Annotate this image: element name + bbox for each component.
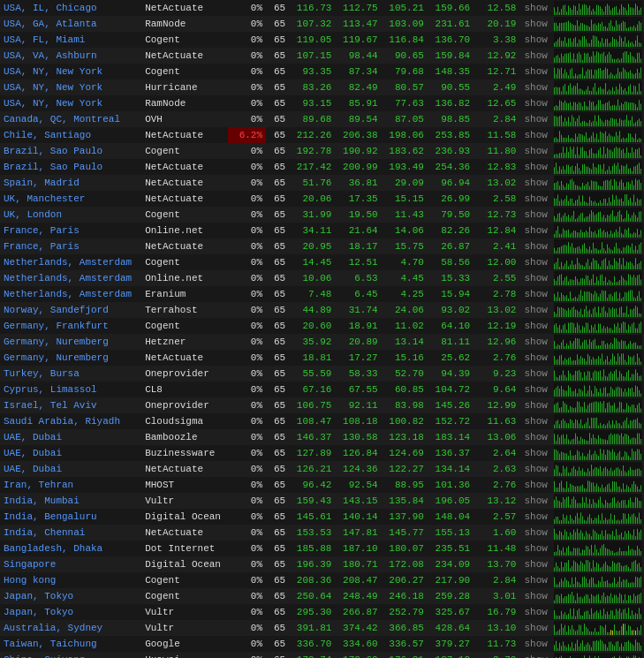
show-button[interactable]: show xyxy=(519,413,552,429)
location-cell: India, Bengaluru xyxy=(0,509,141,525)
show-button[interactable]: show xyxy=(519,493,552,509)
sparkline-cell xyxy=(552,541,644,556)
show-button[interactable]: show xyxy=(519,127,552,143)
best-cell: 90.65 xyxy=(382,48,428,64)
stdev-cell: 12.65 xyxy=(474,95,519,111)
wrst-cell: 134.14 xyxy=(428,461,474,477)
show-button[interactable]: show xyxy=(519,556,552,572)
sparkline-graph xyxy=(554,510,642,524)
show-button[interactable]: show xyxy=(519,0,552,16)
show-button[interactable]: show xyxy=(519,95,552,111)
show-button[interactable]: show xyxy=(519,652,552,658)
wrst-cell: 379.27 xyxy=(428,636,474,652)
show-button[interactable]: show xyxy=(519,366,552,382)
show-button[interactable]: show xyxy=(519,175,552,191)
show-button[interactable]: show xyxy=(519,461,552,477)
best-cell: 4.25 xyxy=(382,286,428,302)
show-button[interactable]: show xyxy=(519,238,552,254)
sparkline-graph xyxy=(554,414,642,428)
provider-cell: NetActuate xyxy=(141,0,228,16)
show-button[interactable]: show xyxy=(519,48,552,64)
sparkline-cell xyxy=(552,461,644,477)
show-button[interactable]: show xyxy=(519,620,552,636)
best-cell: 145.77 xyxy=(382,525,428,541)
sparkline-cell xyxy=(552,0,644,16)
show-button[interactable]: show xyxy=(519,636,552,652)
best-cell: 15.75 xyxy=(382,238,428,254)
show-button[interactable]: show xyxy=(519,191,552,207)
snt-cell: 65 xyxy=(266,652,289,658)
sparkline-graph xyxy=(554,351,642,365)
show-button[interactable]: show xyxy=(519,509,552,525)
show-button[interactable]: show xyxy=(519,270,552,286)
wrst-cell: 231.61 xyxy=(428,16,474,32)
show-button[interactable]: show xyxy=(519,32,552,48)
show-button[interactable]: show xyxy=(519,429,552,445)
best-cell: 252.79 xyxy=(382,604,428,620)
show-button[interactable]: show xyxy=(519,159,552,175)
show-button[interactable]: show xyxy=(519,16,552,32)
snt-cell: 65 xyxy=(266,48,289,64)
wrst-cell: 101.36 xyxy=(428,477,474,493)
wrst-cell: 136.82 xyxy=(428,95,474,111)
snt-cell: 65 xyxy=(266,572,289,588)
show-button[interactable]: show xyxy=(519,286,552,302)
provider-cell: NetActuate xyxy=(141,127,228,143)
show-button[interactable]: show xyxy=(519,572,552,588)
show-button[interactable]: show xyxy=(519,79,552,95)
location-cell: Netherlands, Amsterdam xyxy=(0,286,141,302)
last-cell: 212.26 xyxy=(289,127,335,143)
table-row: Brazil, Sao Paulo Cogent 0% 65 192.78 19… xyxy=(0,143,644,159)
show-button[interactable]: show xyxy=(519,604,552,620)
best-cell: 176.21 xyxy=(382,652,428,658)
show-button[interactable]: show xyxy=(519,445,552,461)
loss-cell: 0% xyxy=(228,270,266,286)
show-button[interactable]: show xyxy=(519,334,552,350)
provider-cell: Hetzner xyxy=(141,334,228,350)
show-button[interactable]: show xyxy=(519,382,552,397)
wrst-cell: 26.87 xyxy=(428,238,474,254)
wrst-cell: 96.94 xyxy=(428,175,474,191)
show-button[interactable]: show xyxy=(519,143,552,159)
show-button[interactable]: show xyxy=(519,223,552,238)
loss-cell: 0% xyxy=(228,461,266,477)
sparkline-cell xyxy=(552,143,644,159)
avg-cell: 126.84 xyxy=(335,445,381,461)
show-button[interactable]: show xyxy=(519,318,552,334)
stdev-cell: 13.70 xyxy=(474,556,519,572)
show-button[interactable]: show xyxy=(519,64,552,79)
provider-cell: RamNode xyxy=(141,95,228,111)
show-button[interactable]: show xyxy=(519,302,552,318)
show-button[interactable]: show xyxy=(519,477,552,493)
provider-cell: Cogent xyxy=(141,572,228,588)
stdev-cell: 11.48 xyxy=(474,541,519,556)
wrst-cell: 26.99 xyxy=(428,191,474,207)
location-cell: France, Paris xyxy=(0,238,141,254)
best-cell: 206.27 xyxy=(382,572,428,588)
best-cell: 137.90 xyxy=(382,509,428,525)
show-button[interactable]: show xyxy=(519,254,552,270)
show-button[interactable]: show xyxy=(519,111,552,127)
avg-cell: 12.51 xyxy=(335,254,381,270)
provider-cell: Bamboozle xyxy=(141,429,228,445)
show-button[interactable]: show xyxy=(519,588,552,604)
show-button[interactable]: show xyxy=(519,350,552,366)
last-cell: 391.81 xyxy=(289,620,335,636)
show-button[interactable]: show xyxy=(519,541,552,556)
best-cell: 172.08 xyxy=(382,556,428,572)
provider-cell: NetActuate xyxy=(141,525,228,541)
avg-cell: 18.91 xyxy=(335,318,381,334)
avg-cell: 18.17 xyxy=(335,238,381,254)
snt-cell: 65 xyxy=(266,254,289,270)
wrst-cell: 155.13 xyxy=(428,525,474,541)
best-cell: 60.85 xyxy=(382,382,428,397)
snt-cell: 65 xyxy=(266,302,289,318)
table-row: UAE, Dubai Buzinessware 0% 65 127.89 126… xyxy=(0,445,644,461)
last-cell: 20.95 xyxy=(289,238,335,254)
location-cell: UAE, Dubai xyxy=(0,445,141,461)
show-button[interactable]: show xyxy=(519,397,552,413)
location-cell: Singapore xyxy=(0,556,141,572)
show-button[interactable]: show xyxy=(519,525,552,541)
show-button[interactable]: show xyxy=(519,207,552,223)
best-cell: 116.84 xyxy=(382,32,428,48)
